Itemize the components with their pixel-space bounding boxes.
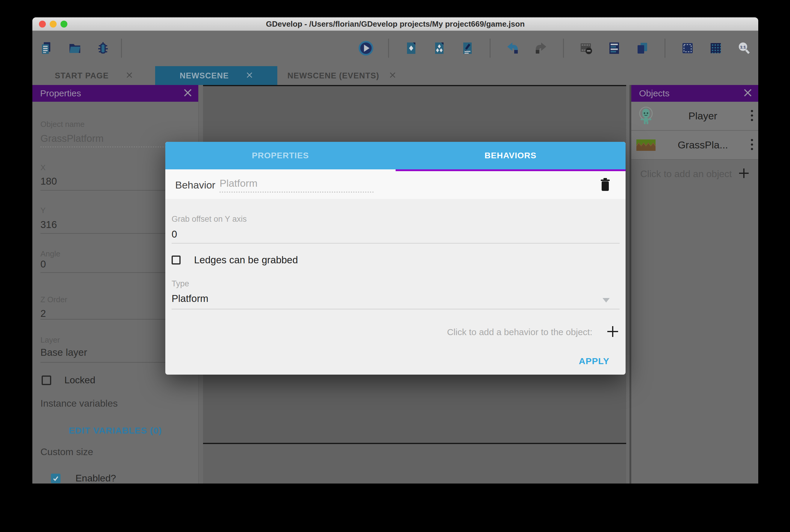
tab-label: NEWSCENE <box>180 71 229 80</box>
grab-offset-field[interactable]: 0 <box>171 229 177 240</box>
screen: GDevelop - /Users/florian/GDevelop proje… <box>0 0 790 532</box>
gdevelop-window: GDevelop - /Users/florian/GDevelop proje… <box>32 17 758 483</box>
object-row-grassplatform[interactable]: GrassPla... <box>631 131 758 160</box>
kebab-menu-icon[interactable] <box>750 138 754 153</box>
toolbar-separator <box>563 39 564 58</box>
debug-icon[interactable] <box>95 40 111 56</box>
toolbar-separator <box>490 39 491 58</box>
custom-size-heading: Custom size <box>40 446 190 457</box>
objects-panel: Objects <box>629 85 758 483</box>
tab-close-icon[interactable] <box>246 71 253 80</box>
tab-label: NEWSCENE (EVENTS) <box>288 71 380 80</box>
titlebar: GDevelop - /Users/florian/GDevelop proje… <box>32 17 758 31</box>
zoom-1-1-icon[interactable]: 1:1 <box>736 40 752 56</box>
edit-variables-button[interactable]: EDIT VARIABLES (0) <box>40 425 190 436</box>
objects-panel-header: Objects <box>631 85 758 102</box>
toolbar: 1:1 <box>32 31 758 65</box>
grab-offset-label: Grab offset on Y axis <box>171 214 247 224</box>
field-underline <box>171 309 620 309</box>
grid-icon[interactable] <box>708 40 723 56</box>
tab-close-icon[interactable] <box>126 71 133 80</box>
add-object-label: Click to add an object <box>640 169 738 179</box>
object-name-label: Object name <box>40 120 190 129</box>
chevron-down-icon[interactable] <box>603 298 610 303</box>
scene-properties-icon[interactable] <box>403 40 419 56</box>
locked-checkbox[interactable] <box>42 376 51 385</box>
behavior-label: Behavior <box>175 179 215 191</box>
add-object-row[interactable]: Click to add an object <box>631 160 758 188</box>
play-icon[interactable] <box>358 40 374 56</box>
add-behavior-row: Click to add a behavior to the object: <box>447 325 619 339</box>
panel-title: Properties <box>40 88 183 98</box>
instance-variables-heading: Instance variables <box>40 398 190 409</box>
svg-text:1:1: 1:1 <box>740 45 746 50</box>
trash-icon[interactable] <box>599 177 612 193</box>
tab-label: START PAGE <box>55 71 109 80</box>
field-underline <box>171 243 620 244</box>
alien-sprite-icon <box>636 106 656 126</box>
instances-list-icon[interactable] <box>606 40 622 56</box>
close-icon[interactable] <box>183 88 193 99</box>
editor-tabbar: START PAGE NEWSCENE NEWSCENE (EVENTS) <box>32 65 758 85</box>
toolbar-separator <box>388 39 389 58</box>
panel-title: Objects <box>639 88 743 98</box>
toolbar-right-group: 1:1 <box>358 31 752 65</box>
tab-newscene-events[interactable]: NEWSCENE (EVENTS) <box>277 66 406 85</box>
scene-events-icon[interactable] <box>460 40 475 56</box>
apply-button[interactable]: APPLY <box>579 356 609 366</box>
undo-icon[interactable] <box>505 40 520 56</box>
ledges-label: Ledges can be grabbed <box>194 254 298 266</box>
toolbar-left-group <box>39 40 111 56</box>
window-title: GDevelop - /Users/florian/GDevelop proje… <box>266 19 525 29</box>
behavior-dialog-header: PROPERTIES BEHAVIORS <box>165 142 626 171</box>
plus-icon[interactable] <box>606 325 619 339</box>
remove-instances-icon[interactable] <box>578 40 594 56</box>
open-project-icon[interactable] <box>67 40 82 56</box>
locked-label: Locked <box>65 375 95 386</box>
project-manager-icon[interactable] <box>39 40 55 56</box>
selection-frame-icon[interactable] <box>680 40 695 56</box>
object-row-player[interactable]: Player <box>631 102 758 131</box>
window-controls <box>39 17 67 31</box>
object-label: Player <box>656 110 750 122</box>
tab-behaviors[interactable]: BEHAVIORS <box>396 142 626 169</box>
close-icon[interactable] <box>743 88 753 99</box>
behavior-name-row: Behavior Platform <box>165 171 626 199</box>
behavior-name-input[interactable]: Platform <box>220 177 374 193</box>
redo-icon[interactable] <box>533 40 549 56</box>
behavior-dialog: PROPERTIES BEHAVIORS Behavior Platform G… <box>165 142 626 375</box>
grass-platform-sprite-icon <box>636 139 656 151</box>
tab-properties[interactable]: PROPERTIES <box>165 142 396 169</box>
ledges-row: Ledges can be grabbed <box>171 254 298 266</box>
enabled-row: Enabled? <box>51 473 190 483</box>
minimize-window-button[interactable] <box>50 21 57 27</box>
toolbar-separator <box>121 39 122 58</box>
scene-objects-icon[interactable] <box>431 40 447 56</box>
type-label: Type <box>171 279 189 288</box>
type-select[interactable]: Platform <box>171 293 208 304</box>
object-label: GrassPla... <box>656 139 750 151</box>
properties-panel-header: Properties <box>32 85 198 102</box>
close-window-button[interactable] <box>39 21 46 27</box>
enabled-label: Enabled? <box>75 473 116 483</box>
ledges-checkbox[interactable] <box>171 255 181 265</box>
enabled-checkbox[interactable] <box>51 474 60 483</box>
kebab-menu-icon[interactable] <box>750 109 754 124</box>
add-behavior-label: Click to add a behavior to the object: <box>447 327 592 337</box>
tab-newscene[interactable]: NEWSCENE <box>155 66 277 85</box>
locked-row: Locked <box>42 375 190 386</box>
toolbar-separator <box>664 39 665 58</box>
duplicate-icon[interactable] <box>635 40 650 56</box>
plus-icon[interactable] <box>738 167 750 180</box>
behavior-dialog-tabs: PROPERTIES BEHAVIORS <box>165 142 626 169</box>
tab-close-icon[interactable] <box>389 71 396 80</box>
zoom-window-button[interactable] <box>60 21 67 27</box>
tab-start-page[interactable]: START PAGE <box>32 66 155 85</box>
scene-canvas-margin <box>203 444 626 483</box>
